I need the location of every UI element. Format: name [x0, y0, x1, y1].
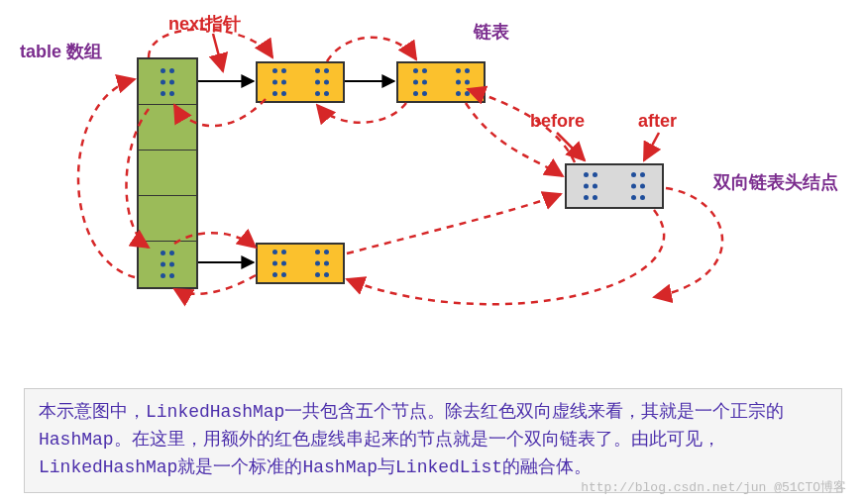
node-r0-1 [256, 61, 345, 103]
label-after: after [638, 111, 677, 132]
svg-line-5 [644, 133, 659, 160]
description-text: 本示意图中，LinkedHashMap一共包含五个节点。除去红色双向虚线来看，其… [39, 402, 784, 477]
label-table-array: table 数组 [20, 40, 102, 63]
node-r0-2 [396, 61, 486, 103]
table-cell-3 [139, 196, 196, 242]
label-linked-list: 链表 [474, 20, 509, 44]
description-box: 本示意图中，LinkedHashMap一共包含五个节点。除去红色双向虚线来看，其… [24, 388, 842, 493]
dll-head-node [565, 163, 664, 209]
label-next-pointer: next指针 [168, 12, 241, 36]
svg-line-3 [213, 34, 223, 71]
table-cell-1 [139, 105, 196, 151]
svg-line-4 [557, 133, 585, 160]
node-r4-1 [256, 243, 345, 284]
label-dll-head: 双向链表头结点 [713, 170, 838, 194]
table-cell-2 [139, 151, 196, 196]
table-cell-4 [139, 242, 196, 287]
table-cell-0 [139, 59, 196, 105]
diagram-area: table 数组 next指针 链表 before after 双向链表头结点 [0, 0, 866, 376]
table-array [137, 57, 198, 289]
watermark: http://blog.csdn.net/jun @51CTO博客 [581, 478, 846, 496]
label-before: before [530, 111, 585, 132]
